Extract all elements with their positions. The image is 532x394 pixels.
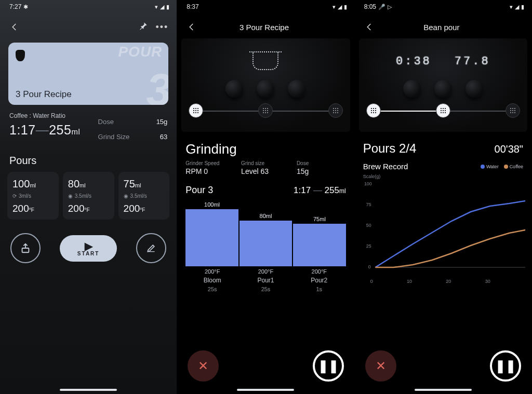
svg-text:25: 25 bbox=[366, 243, 371, 249]
svg-text:50: 50 bbox=[366, 223, 371, 228]
edit-button[interactable] bbox=[136, 233, 166, 263]
status-bar: 8:05 🎤 ▷ ▾ ◢ ▮ bbox=[355, 0, 531, 12]
recipe-name: 3 Pour Recipe bbox=[16, 89, 72, 100]
page-title: 3 Pour Recipe bbox=[222, 23, 306, 32]
bar bbox=[293, 224, 345, 266]
battery-icon: ▮ bbox=[166, 4, 169, 10]
page-title: Bean pour bbox=[400, 23, 484, 32]
device-preview: 0:38 77.8 bbox=[359, 38, 527, 132]
step-track bbox=[189, 101, 342, 120]
app-bar: ••• bbox=[0, 12, 177, 38]
display-timer: 0:38 bbox=[396, 55, 432, 68]
brew-record-header: Brew Record Water Coffee bbox=[355, 158, 531, 172]
share-button[interactable] bbox=[10, 233, 41, 263]
home-indicator[interactable] bbox=[60, 389, 117, 391]
wifi-icon: ▾ bbox=[332, 4, 336, 10]
cancel-button[interactable]: ✕ bbox=[188, 350, 219, 382]
card-watermark-number: 3 bbox=[146, 63, 168, 105]
step-dot[interactable] bbox=[436, 103, 450, 118]
signal-icon: ◢ bbox=[338, 4, 342, 10]
recipe-card[interactable]: POUR 3 3 Pour Recipe bbox=[8, 43, 168, 105]
step-track bbox=[366, 101, 520, 120]
pour-summary-row: Pour 3 1:17 — 255ml bbox=[177, 175, 354, 199]
screen-recipe-detail: 7:27 ✱ ▾ ◢ ▮ ••• POUR 3 3 Pour Recipe Co… bbox=[0, 0, 177, 394]
cup-icon bbox=[252, 52, 278, 70]
ratio-label: Coffee : Water Ratio bbox=[9, 112, 93, 119]
ratio-block: Coffee : Water Ratio 1:17—255ml Dose 15g… bbox=[0, 112, 177, 144]
pause-button[interactable]: ❚❚ bbox=[313, 350, 344, 382]
svg-text:100: 100 bbox=[364, 181, 372, 186]
svg-text:75: 75 bbox=[366, 202, 371, 207]
card-watermark-pour: POUR bbox=[118, 44, 162, 60]
wifi-icon: ▾ bbox=[510, 4, 513, 10]
step-dot[interactable] bbox=[258, 103, 273, 118]
pause-button[interactable]: ❚❚ bbox=[490, 350, 521, 382]
wifi-icon: ▾ bbox=[155, 4, 158, 10]
knob-icon bbox=[466, 80, 483, 98]
dose-row: Dose 15g bbox=[98, 114, 168, 129]
display-weight: 77.8 bbox=[455, 55, 490, 68]
back-button[interactable] bbox=[5, 18, 24, 36]
step-dot[interactable] bbox=[328, 103, 343, 118]
screen-grinding: 8:37 ▾ ◢ ▮ 3 Pour Recipe Grinding bbox=[177, 0, 354, 394]
home-indicator[interactable] bbox=[237, 389, 294, 391]
bottom-actions: ▶ START bbox=[0, 220, 177, 263]
bean-icon bbox=[16, 50, 25, 61]
bottom-controls: ✕ ❚❚ bbox=[355, 350, 531, 382]
step-dot[interactable] bbox=[189, 103, 203, 118]
svg-text:0: 0 bbox=[368, 264, 370, 269]
y-axis-label: Scale(g) bbox=[355, 172, 531, 179]
bar bbox=[240, 221, 292, 266]
battery-icon: ▮ bbox=[521, 4, 524, 10]
knob-icon bbox=[434, 80, 452, 98]
status-bar: 8:37 ▾ ◢ ▮ bbox=[177, 0, 354, 12]
cancel-button[interactable]: ✕ bbox=[365, 350, 396, 382]
home-indicator[interactable] bbox=[415, 389, 472, 391]
pour-bar-chart: 100ml 80ml 75ml bbox=[177, 199, 354, 266]
status-bar: 7:27 ✱ ▾ ◢ ▮ bbox=[0, 0, 177, 12]
legend-coffee-icon bbox=[504, 165, 508, 169]
start-button[interactable]: ▶ START bbox=[60, 235, 117, 262]
step-dot[interactable] bbox=[506, 103, 520, 118]
play-store-icon: ▷ bbox=[388, 4, 392, 10]
pours-progress: Pours 2/4 bbox=[363, 141, 417, 156]
pour-tile[interactable]: 75ml ◉3.5ml/s 200°F bbox=[118, 172, 170, 220]
x-axis-ticks: 0 10 20 30 bbox=[355, 278, 531, 284]
app-bar: 3 Pour Recipe bbox=[177, 12, 354, 38]
brew-line-chart: 100 75 50 25 0 bbox=[363, 179, 525, 278]
brew-timer: 00'38" bbox=[495, 143, 523, 155]
stat-grind-size: Grind size Level 63 bbox=[241, 160, 290, 175]
chart-legend: Water Coffee bbox=[481, 164, 523, 169]
knob-icon bbox=[288, 80, 305, 98]
pour-tile[interactable]: 100ml ⟳3ml/s 200°F bbox=[7, 172, 59, 220]
battery-icon: ▮ bbox=[344, 4, 347, 10]
knob-icon bbox=[403, 80, 421, 98]
bottom-controls: ✕ ❚❚ bbox=[177, 350, 354, 382]
pours-header: Pours 2/4 00'38" bbox=[355, 132, 531, 158]
circulate-icon: ⟳ bbox=[12, 193, 17, 199]
target-icon: ◉ bbox=[68, 193, 73, 199]
grinding-title: Grinding bbox=[177, 132, 354, 160]
target-icon: ◉ bbox=[124, 193, 128, 199]
more-icon[interactable]: ••• bbox=[155, 22, 168, 33]
signal-icon: ◢ bbox=[515, 4, 519, 10]
bar-meta: 200°FBloom25s 200°FPour125s 200°FPour21s bbox=[177, 266, 354, 292]
status-time: 7:27 bbox=[9, 3, 21, 10]
back-button[interactable] bbox=[360, 18, 379, 36]
step-dot[interactable] bbox=[366, 103, 381, 118]
pours-section-title: Pours bbox=[0, 144, 177, 172]
svg-rect-0 bbox=[22, 248, 29, 252]
screen-bean-pour: 8:05 🎤 ▷ ▾ ◢ ▮ Bean pour 0:38 77.8 bbox=[355, 0, 532, 394]
play-icon: ▶ bbox=[85, 242, 92, 250]
pour-tiles: 100ml ⟳3ml/s 200°F 80ml ◉3.5ml/s 200°F 7… bbox=[0, 172, 177, 220]
status-time: 8:37 bbox=[187, 3, 198, 10]
stat-grinder-speed: Grinder Speed RPM 0 bbox=[185, 160, 235, 175]
legend-water-icon bbox=[481, 165, 485, 169]
knob-icon bbox=[225, 80, 243, 98]
pour-tile[interactable]: 80ml ◉3.5ml/s 200°F bbox=[63, 172, 114, 220]
pin-icon[interactable] bbox=[139, 21, 148, 33]
status-time: 8:05 bbox=[364, 3, 376, 10]
signal-icon: ◢ bbox=[160, 4, 164, 10]
back-button[interactable] bbox=[182, 18, 201, 36]
app-bar: Bean pour bbox=[355, 12, 531, 38]
